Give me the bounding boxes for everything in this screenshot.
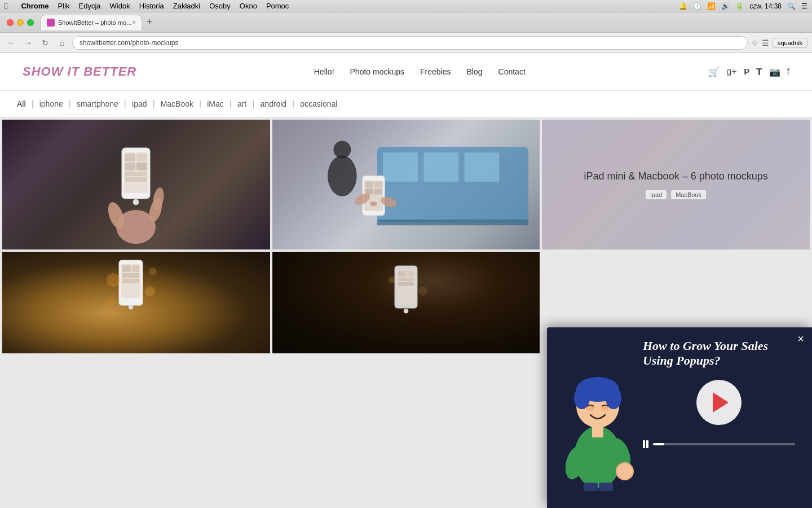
svg-point-47 bbox=[389, 277, 395, 283]
dark-room-phone-illustration bbox=[383, 263, 429, 342]
tab-close-button[interactable]: × bbox=[132, 19, 136, 27]
phone-in-hand-illustration-1 bbox=[105, 137, 167, 244]
svg-rect-17 bbox=[377, 220, 528, 225]
nav-contact[interactable]: Contact bbox=[498, 67, 526, 76]
grid-item-4[interactable] bbox=[2, 252, 270, 353]
grid-item-1[interactable] bbox=[2, 120, 270, 249]
svg-point-48 bbox=[418, 287, 427, 296]
menu-icon[interactable]: ☰ bbox=[801, 2, 807, 10]
svg-point-26 bbox=[370, 202, 377, 206]
svg-rect-14 bbox=[383, 152, 418, 182]
nav-photo-mockups[interactable]: Photo mockups bbox=[350, 67, 405, 76]
progress-track[interactable] bbox=[653, 443, 795, 445]
cart-icon[interactable]: 🛒 bbox=[708, 67, 720, 77]
nav-blog[interactable]: Blog bbox=[467, 67, 483, 76]
window-maximize-button[interactable] bbox=[27, 19, 34, 26]
grid-item-2[interactable] bbox=[272, 120, 540, 249]
forward-button[interactable]: → bbox=[21, 36, 35, 50]
notification-icon[interactable]: 🔔 bbox=[679, 2, 687, 10]
instagram-icon[interactable]: 📷 bbox=[769, 67, 780, 77]
tab-favicon bbox=[47, 19, 55, 27]
twitter-icon[interactable]: 𝗧 bbox=[756, 67, 762, 77]
menu-chrome[interactable]: Chrome bbox=[21, 2, 48, 10]
squadnik-button[interactable]: squadnik bbox=[773, 38, 807, 48]
filter-imac[interactable]: iMac bbox=[207, 99, 224, 108]
svg-point-39 bbox=[149, 268, 157, 275]
pinterest-icon[interactable]: 𝗣 bbox=[744, 67, 749, 76]
bookmark-icon[interactable]: ☆ bbox=[751, 38, 758, 47]
datetime: czw. 14:38 bbox=[749, 2, 782, 10]
filter-all[interactable]: All bbox=[17, 99, 26, 108]
popup-close-button[interactable]: × bbox=[797, 333, 804, 344]
nav-freebies[interactable]: Freebies bbox=[420, 67, 451, 76]
site-social-icons: 🛒 g+ 𝗣 𝗧 📷 f bbox=[708, 67, 789, 77]
battery-icon: 🔋 bbox=[735, 2, 744, 10]
menu-zakladki[interactable]: Zakładki bbox=[173, 2, 200, 10]
grid-item-3[interactable]: iPad mini & Macbook – 6 photo mockups ip… bbox=[542, 120, 810, 249]
back-button[interactable]: ← bbox=[5, 36, 18, 50]
popup-pause-button[interactable] bbox=[643, 440, 648, 448]
mac-menubar:  Chrome Plik Edycja Widok Historia Zakł… bbox=[0, 0, 812, 12]
svg-rect-16 bbox=[464, 152, 499, 182]
filter-macbook[interactable]: MacBook bbox=[161, 99, 193, 108]
nav-hello[interactable]: Hello! bbox=[314, 67, 334, 76]
svg-rect-22 bbox=[365, 182, 373, 187]
grid-item-3-title: iPad mini & Macbook – 6 photo mockups bbox=[584, 170, 768, 183]
filter-android[interactable]: android bbox=[260, 99, 286, 108]
svg-rect-7 bbox=[125, 172, 147, 176]
svg-rect-4 bbox=[136, 154, 147, 161]
filter-sep-7: | bbox=[292, 99, 294, 109]
filter-smartphone[interactable]: smartphone bbox=[77, 99, 118, 108]
svg-point-19 bbox=[333, 141, 351, 159]
svg-rect-32 bbox=[122, 265, 131, 272]
facebook-icon[interactable]: f bbox=[787, 67, 789, 77]
menu-historia[interactable]: Historia bbox=[139, 2, 164, 10]
address-bar-right: ☆ ☰ squadnik bbox=[751, 38, 807, 48]
window-close-button[interactable] bbox=[7, 19, 14, 26]
chrome-titlebar: ShowItBetter – photo mo... × + bbox=[0, 12, 812, 33]
search-icon[interactable]: 🔍 bbox=[787, 2, 796, 10]
grid-item-3-overlay: iPad mini & Macbook – 6 photo mockups ip… bbox=[542, 120, 810, 249]
browser-tab[interactable]: ShowItBetter – photo mo... × bbox=[41, 15, 142, 30]
site-nav: Hello! Photo mockups Freebies Blog Conta… bbox=[314, 67, 526, 76]
google-plus-icon[interactable]: g+ bbox=[726, 67, 736, 77]
reload-button[interactable]: ↻ bbox=[38, 36, 52, 50]
svg-point-60 bbox=[618, 465, 632, 478]
address-bar[interactable] bbox=[72, 36, 748, 50]
photo-grid: iPad mini & Macbook – 6 photo mockups ip… bbox=[0, 117, 812, 356]
svg-rect-3 bbox=[125, 154, 135, 161]
pause-bar-1 bbox=[643, 440, 645, 448]
volume-icon[interactable]: 🔊 bbox=[721, 2, 730, 10]
filter-sep-2: | bbox=[124, 99, 126, 109]
menu-okno[interactable]: Okno bbox=[240, 2, 257, 10]
window-minimize-button[interactable] bbox=[17, 19, 24, 26]
grid-item-5[interactable] bbox=[272, 252, 540, 353]
filter-art[interactable]: art bbox=[237, 99, 246, 108]
menu-widok[interactable]: Widok bbox=[110, 2, 130, 10]
svg-rect-56 bbox=[592, 426, 603, 437]
svg-rect-46 bbox=[398, 282, 414, 286]
svg-rect-61 bbox=[584, 483, 598, 491]
apple-logo-icon[interactable]:  bbox=[5, 1, 7, 11]
popup-title: How to Grow Your Sales Using Popups? bbox=[643, 339, 795, 369]
menu-edycja[interactable]: Edycja bbox=[79, 2, 101, 10]
filter-ipad[interactable]: ipad bbox=[132, 99, 147, 108]
svg-rect-15 bbox=[423, 152, 458, 182]
svg-point-38 bbox=[106, 298, 115, 307]
filter-bar: All | iphone | smartphone | ipad | MacBo… bbox=[0, 91, 812, 117]
filter-sep-3: | bbox=[152, 99, 155, 109]
popup-progress-bar bbox=[643, 440, 795, 448]
menu-plik[interactable]: Plik bbox=[58, 2, 70, 10]
filter-iphone[interactable]: iphone bbox=[39, 99, 63, 108]
site-logo[interactable]: SHOW IT BETTER bbox=[23, 64, 136, 79]
settings-icon[interactable]: ☰ bbox=[762, 38, 769, 47]
popup-play-button[interactable] bbox=[696, 380, 742, 425]
tram-scene-illustration bbox=[272, 120, 540, 249]
new-tab-button[interactable]: + bbox=[147, 16, 153, 28]
svg-rect-62 bbox=[599, 483, 613, 491]
wifi-icon[interactable]: 📶 bbox=[707, 2, 716, 10]
filter-occasional[interactable]: occasional bbox=[300, 99, 337, 108]
home-button[interactable]: ⌂ bbox=[55, 36, 69, 50]
menu-osoby[interactable]: Osoby bbox=[209, 2, 231, 10]
menu-pomoc[interactable]: Pomoc bbox=[266, 2, 289, 10]
